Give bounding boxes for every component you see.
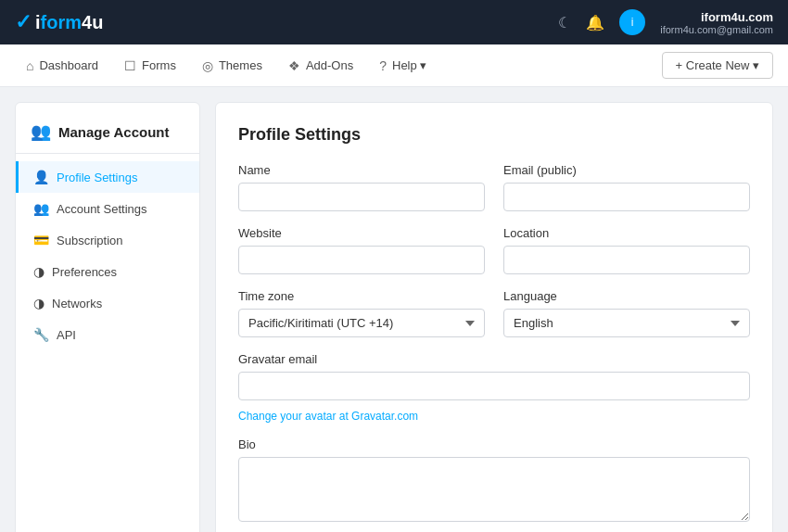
website-input[interactable] <box>238 246 485 274</box>
top-header: ✓ iform4u ☾ 🔔 i iform4u.com iform4u.com@… <box>0 0 788 44</box>
bio-label: Bio <box>238 437 750 451</box>
email-group: Email (public) <box>503 163 750 211</box>
nav-label-themes: Themes <box>219 58 262 72</box>
header-right: ☾ 🔔 i iform4u.com iform4u.com@gmail.com <box>558 9 773 35</box>
nav-label-help: Help ▾ <box>392 58 426 72</box>
bio-row: Bio <box>238 437 750 522</box>
user-info: iform4u.com iform4u.com@gmail.com <box>660 10 773 35</box>
language-group: Language English Spanish French German J… <box>503 289 750 337</box>
logo-text: iform4u <box>35 12 103 33</box>
dashboard-icon: ⌂ <box>26 58 33 73</box>
website-label: Website <box>238 226 485 240</box>
nav-item-help[interactable]: ? Help ▾ <box>368 53 438 79</box>
name-group: Name <box>238 163 485 211</box>
manage-account-icon: 👥 <box>31 121 51 142</box>
nav-label-forms: Forms <box>142 58 176 72</box>
location-label: Location <box>503 226 750 240</box>
forms-icon: ☐ <box>124 58 136 73</box>
help-icon: ? <box>379 58 387 73</box>
preferences-icon: ◑ <box>33 264 44 279</box>
timezone-select[interactable]: Pacific/Kiritimati (UTC +14) UTC America… <box>238 309 485 337</box>
nav-item-dashboard[interactable]: ⌂ Dashboard <box>15 53 109 79</box>
bio-textarea[interactable] <box>238 457 750 522</box>
sidebar-item-label-preferences: Preferences <box>52 265 117 279</box>
sidebar-header-label: Manage Account <box>58 124 169 140</box>
themes-icon: ◎ <box>202 58 213 73</box>
nav-item-forms[interactable]: ☐ Forms <box>113 53 187 79</box>
sidebar-item-networks[interactable]: ◑ Networks <box>16 287 199 319</box>
username: iform4u.com <box>660 10 773 24</box>
sidebar-item-profile[interactable]: 👤 Profile Settings <box>16 161 199 193</box>
timezone-language-row: Time zone Pacific/Kiritimati (UTC +14) U… <box>238 289 750 337</box>
email-input[interactable] <box>503 183 750 211</box>
nav-bar: ⌂ Dashboard ☐ Forms ◎ Themes ❖ Add-Ons ?… <box>0 44 788 87</box>
sidebar-item-account[interactable]: 👥 Account Settings <box>16 193 199 224</box>
gravatar-link[interactable]: Change your avatar at Gravatar.com <box>238 410 750 423</box>
gravatar-input[interactable] <box>238 372 750 400</box>
timezone-label: Time zone <box>238 289 485 303</box>
user-avatar-button[interactable]: i <box>619 9 645 35</box>
gravatar-label: Gravatar email <box>238 352 750 366</box>
nav-item-addons[interactable]: ❖ Add-Ons <box>277 53 364 79</box>
nav-label-dashboard: Dashboard <box>39 58 98 72</box>
language-label: Language <box>503 289 750 303</box>
nav-item-themes[interactable]: ◎ Themes <box>191 53 273 79</box>
logo: ✓ iform4u <box>15 10 103 34</box>
sidebar-item-subscription[interactable]: 💳 Subscription <box>16 224 199 256</box>
location-group: Location <box>503 226 750 274</box>
sidebar-item-api[interactable]: 🔧 API <box>16 319 199 350</box>
nav-label-addons: Add-Ons <box>306 58 353 72</box>
sidebar: 👥 Manage Account 👤 Profile Settings 👥 Ac… <box>15 102 200 532</box>
user-email: iform4u.com@gmail.com <box>660 24 773 35</box>
moon-icon[interactable]: ☾ <box>558 14 571 32</box>
page-title: Profile Settings <box>238 125 750 145</box>
name-input[interactable] <box>238 183 485 211</box>
language-select[interactable]: English Spanish French German Japanese <box>503 309 750 337</box>
name-email-row: Name Email (public) <box>238 163 750 211</box>
subscription-icon: 💳 <box>33 233 49 247</box>
timezone-group: Time zone Pacific/Kiritimati (UTC +14) U… <box>238 289 485 337</box>
sidebar-item-label-api: API <box>57 328 76 342</box>
sidebar-item-label-profile: Profile Settings <box>57 171 137 184</box>
location-input[interactable] <box>503 246 750 274</box>
profile-icon: 👤 <box>33 170 49 184</box>
gravatar-row: Gravatar email Change your avatar at Gra… <box>238 352 750 423</box>
gravatar-group: Gravatar email Change your avatar at Gra… <box>238 352 750 423</box>
sidebar-item-label-account: Account Settings <box>57 202 147 216</box>
addons-icon: ❖ <box>288 58 300 73</box>
sidebar-item-preferences[interactable]: ◑ Preferences <box>16 256 199 287</box>
nav-left: ⌂ Dashboard ☐ Forms ◎ Themes ❖ Add-Ons ?… <box>15 53 438 79</box>
sidebar-item-label-networks: Networks <box>52 297 102 310</box>
name-label: Name <box>238 163 485 177</box>
content-area: Profile Settings Name Email (public) Web… <box>215 102 773 532</box>
bell-icon[interactable]: 🔔 <box>586 14 604 32</box>
account-icon: 👥 <box>33 201 49 216</box>
create-new-button[interactable]: + Create New ▾ <box>662 52 773 79</box>
sidebar-item-label-subscription: Subscription <box>57 234 123 247</box>
api-icon: 🔧 <box>33 327 49 342</box>
main-layout: 👥 Manage Account 👤 Profile Settings 👥 Ac… <box>0 87 788 532</box>
logo-check-icon: ✓ <box>15 10 32 34</box>
website-location-row: Website Location <box>238 226 750 274</box>
bio-group: Bio <box>238 437 750 522</box>
email-label: Email (public) <box>503 163 750 177</box>
networks-icon: ◑ <box>33 296 44 310</box>
website-group: Website <box>238 226 485 274</box>
sidebar-header: 👥 Manage Account <box>16 118 199 154</box>
